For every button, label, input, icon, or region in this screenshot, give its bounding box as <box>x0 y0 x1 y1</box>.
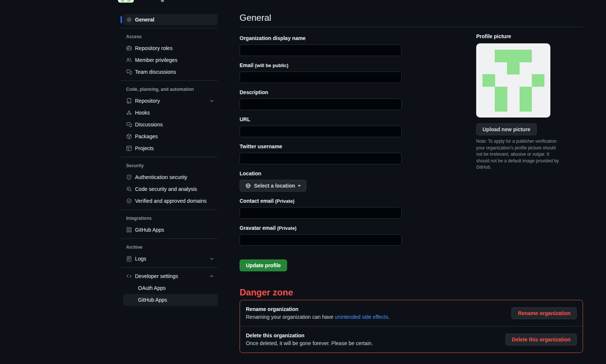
contact-email-input[interactable] <box>240 207 402 219</box>
email-input[interactable] <box>240 72 402 83</box>
sidebar-item-label: General <box>135 17 154 23</box>
rename-organization-button[interactable]: Rename organization <box>511 307 577 319</box>
rename-org-description: Renaming your organization can have unin… <box>246 313 389 321</box>
divider <box>120 157 218 157</box>
sidebar-item-label: Packages <box>135 133 158 139</box>
org-display-name-input[interactable] <box>240 44 402 56</box>
twitter-username-label: Twitter username <box>240 143 402 150</box>
profile-picture-title: Profile picture <box>476 33 564 40</box>
sidebar-item-developer-settings[interactable]: Developer settings <box>123 270 218 282</box>
package-icon <box>126 133 132 139</box>
gravatar-email-label-note: (Private) <box>277 225 296 231</box>
identicon-cell <box>507 62 520 75</box>
sidebar-item-label: Developer settings <box>135 273 178 279</box>
identicon-cell <box>495 87 507 99</box>
rename-org-title: Rename organization <box>246 305 389 313</box>
apps-icon <box>126 227 132 233</box>
delete-org-description: Once deleted, it will be gone forever. P… <box>246 340 373 347</box>
delete-organization-button[interactable]: Delete this organization <box>505 334 577 345</box>
shield-lock-icon <box>126 174 132 180</box>
description-label: Description <box>240 89 402 96</box>
form-group-contact-email: Contact email (Private) <box>240 197 402 219</box>
location-select[interactable]: Select a location <box>240 180 306 192</box>
contact-email-label-note: (Private) <box>275 198 294 204</box>
sidebar-item-hooks[interactable]: Hooks <box>123 107 218 119</box>
sidebar-item-member-privileges[interactable]: Member privileges <box>123 54 218 66</box>
upload-new-picture-button[interactable]: Upload new picture <box>476 123 537 135</box>
delete-org-title: Delete this organization <box>246 332 373 340</box>
sidebar-item-authentication-security[interactable]: Authentication security <box>123 171 218 183</box>
log-icon <box>126 256 132 262</box>
sidebar-section-access: Access <box>120 31 218 42</box>
sidebar-item-verified-domains[interactable]: Verified and approved domains <box>123 195 218 207</box>
sidebar-item-label: Team discussions <box>135 69 176 75</box>
sidebar-item-discussions[interactable]: Discussions <box>123 119 218 130</box>
sidebar-item-packages[interactable]: Packages <box>123 130 218 142</box>
sidebar-item-label: OAuth Apps <box>138 285 166 291</box>
danger-row-info: Delete this organization Once deleted, i… <box>246 332 373 347</box>
sidebar-item-repository-roles[interactable]: Repository roles <box>123 42 218 54</box>
code-icon <box>126 273 132 279</box>
contact-email-label: Contact email (Private) <box>240 197 402 205</box>
org-display-name-label: Organization display name <box>240 34 402 42</box>
location-select-value: Select a location <box>254 183 295 189</box>
identicon-cell <box>495 50 507 62</box>
verified-icon <box>126 198 132 204</box>
form-group-url: URL <box>240 116 402 137</box>
form-group-org-display-name: Organization display name <box>240 34 402 56</box>
sidebar-item-team-discussions[interactable]: Team discussions <box>123 66 218 78</box>
chevron-down-icon <box>209 98 215 104</box>
form-group-description: Description <box>240 89 402 110</box>
chevron-down-icon <box>209 256 215 262</box>
description-input[interactable] <box>240 99 402 110</box>
identicon-cell <box>520 50 532 62</box>
codescan-icon <box>126 186 132 192</box>
form-group-twitter: Twitter username <box>240 143 402 164</box>
identicon-cell <box>495 99 507 112</box>
globe-icon <box>245 183 251 189</box>
identicon-cell <box>121 0 124 2</box>
table-icon <box>126 145 132 151</box>
sidebar-section-integrations: Integrations <box>120 212 218 224</box>
sidebar-item-logs[interactable]: Logs <box>123 253 218 265</box>
form-group-location: Location Select a location <box>240 170 402 192</box>
gravatar-email-label: Gravatar email (Private) <box>240 224 402 232</box>
twitter-username-input[interactable] <box>240 153 402 164</box>
sidebar-item-github-apps-developer[interactable]: GitHub Apps <box>123 294 218 306</box>
sidebar-item-general[interactable]: General <box>123 14 218 25</box>
gravatar-email-input[interactable] <box>240 234 402 246</box>
update-profile-button[interactable]: Update profile <box>240 259 287 271</box>
identicon-cell <box>520 99 532 112</box>
location-label: Location <box>240 170 402 178</box>
page-title: General <box>240 12 583 27</box>
sidebar-item-oauth-apps[interactable]: OAuth Apps <box>123 282 218 294</box>
sidebar-section-archive: Archive <box>120 241 218 253</box>
danger-row-delete: Delete this organization Once deleted, i… <box>240 326 583 353</box>
sidebar-item-label: GitHub Apps <box>135 227 164 233</box>
sidebar-item-repository[interactable]: Repository <box>123 95 218 107</box>
sidebar-item-code-security[interactable]: Code security and analysis <box>123 183 218 195</box>
unintended-side-effects-link[interactable]: unintended side effects <box>335 314 388 320</box>
danger-zone-box: Rename organization Renaming your organi… <box>240 300 583 353</box>
danger-row-rename: Rename organization Renaming your organi… <box>240 300 583 326</box>
identicon-cell <box>127 0 131 2</box>
settings-sidebar: General Access Repository roles Member p… <box>120 14 218 306</box>
sidebar-item-github-apps[interactable]: GitHub Apps <box>123 224 218 236</box>
profile-picture-panel: Profile picture Upload new picture Note:… <box>476 33 564 171</box>
sidebar-item-label: Code security and analysis <box>135 186 197 192</box>
sidebar-item-label: Projects <box>135 145 154 151</box>
identicon-cell <box>532 74 544 87</box>
sidebar-section-code-planning: Code, planning, and automation <box>120 83 218 95</box>
form-group-email: Email (will be public) <box>240 62 402 83</box>
identicon-cell <box>507 50 520 62</box>
people-icon <box>126 57 132 63</box>
comment-discussion-icon <box>126 69 132 75</box>
caret-down-icon <box>298 185 301 187</box>
sidebar-item-label: Discussions <box>135 122 163 128</box>
divider <box>120 80 218 81</box>
profile-picture-note: Note: To apply for a publisher verificat… <box>476 138 563 171</box>
sidebar-item-projects[interactable]: Projects <box>123 142 218 154</box>
url-input[interactable] <box>240 126 402 137</box>
gear-icon <box>126 17 132 23</box>
divider <box>120 267 218 268</box>
